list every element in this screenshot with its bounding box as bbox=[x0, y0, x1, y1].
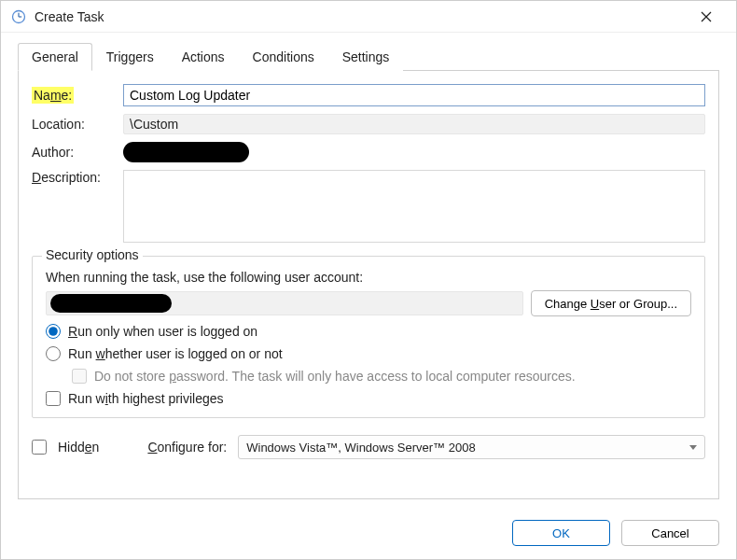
name-input[interactable] bbox=[123, 84, 705, 106]
tab-strip: General Triggers Actions Conditions Sett… bbox=[18, 42, 719, 71]
location-label: Location: bbox=[32, 117, 116, 132]
bottom-row: Hidden Configure for: Windows Vista™, Wi… bbox=[32, 435, 705, 459]
location-row: Location: \Custom bbox=[32, 114, 705, 134]
close-button[interactable] bbox=[686, 3, 727, 31]
name-row: Name: bbox=[32, 84, 705, 106]
run-logged-on-radio[interactable] bbox=[46, 324, 61, 339]
author-value-redacted bbox=[123, 142, 249, 162]
change-user-button[interactable]: Change User or Group... bbox=[531, 290, 691, 316]
ok-button[interactable]: OK bbox=[512, 520, 610, 546]
no-store-password-label: Do not store password. The task will onl… bbox=[94, 369, 576, 384]
create-task-window: Create Task General Triggers Actions Con… bbox=[0, 0, 737, 560]
configure-for-select[interactable]: Windows Vista™, Windows Server™ 2008 bbox=[238, 435, 705, 459]
run-whether-radio[interactable] bbox=[46, 346, 61, 361]
hidden-label[interactable]: Hidden bbox=[58, 440, 99, 455]
no-store-password-checkbox bbox=[72, 369, 87, 384]
highest-privileges-row: Run with highest privileges bbox=[46, 391, 691, 406]
tab-actions[interactable]: Actions bbox=[168, 43, 239, 71]
titlebar: Create Task bbox=[1, 1, 736, 33]
description-label: Description: bbox=[32, 170, 116, 185]
description-row: Description: bbox=[32, 170, 705, 243]
account-value-redacted bbox=[50, 294, 172, 313]
security-options-group: Security options When running the task, … bbox=[32, 256, 705, 418]
dialog-body: General Triggers Actions Conditions Sett… bbox=[1, 33, 736, 511]
no-store-password-row: Do not store password. The task will onl… bbox=[72, 369, 691, 384]
tab-content-general: Name: Location: \Custom Author: Descript… bbox=[18, 71, 719, 499]
window-title: Create Task bbox=[35, 9, 686, 24]
close-icon bbox=[701, 11, 712, 22]
highest-privileges-label[interactable]: Run with highest privileges bbox=[68, 391, 224, 406]
account-display bbox=[46, 291, 523, 315]
run-logged-on-row: Run only when user is logged on bbox=[46, 324, 691, 339]
author-row: Author: bbox=[32, 142, 705, 162]
running-account-label: When running the task, use the following… bbox=[46, 270, 691, 285]
account-row: Change User or Group... bbox=[46, 290, 691, 316]
configure-for-label: Configure for: bbox=[147, 440, 227, 455]
dialog-footer: OK Cancel bbox=[1, 511, 736, 559]
location-value: \Custom bbox=[123, 114, 705, 134]
hidden-checkbox[interactable] bbox=[32, 440, 47, 455]
run-whether-row: Run whether user is logged on or not bbox=[46, 346, 691, 361]
configure-for-value: Windows Vista™, Windows Server™ 2008 bbox=[246, 441, 475, 455]
highest-privileges-checkbox[interactable] bbox=[46, 391, 61, 406]
description-input[interactable] bbox=[123, 170, 705, 243]
run-logged-on-label[interactable]: Run only when user is logged on bbox=[68, 324, 257, 339]
name-label: Name: bbox=[32, 88, 116, 103]
run-whether-label[interactable]: Run whether user is logged on or not bbox=[68, 346, 283, 361]
tab-conditions[interactable]: Conditions bbox=[239, 43, 328, 71]
tab-general[interactable]: General bbox=[18, 43, 92, 71]
tab-settings[interactable]: Settings bbox=[328, 43, 404, 71]
security-options-legend: Security options bbox=[42, 247, 143, 262]
cancel-button[interactable]: Cancel bbox=[621, 520, 719, 546]
task-scheduler-icon bbox=[10, 8, 27, 25]
author-label: Author: bbox=[32, 145, 116, 160]
tab-triggers[interactable]: Triggers bbox=[92, 43, 168, 71]
